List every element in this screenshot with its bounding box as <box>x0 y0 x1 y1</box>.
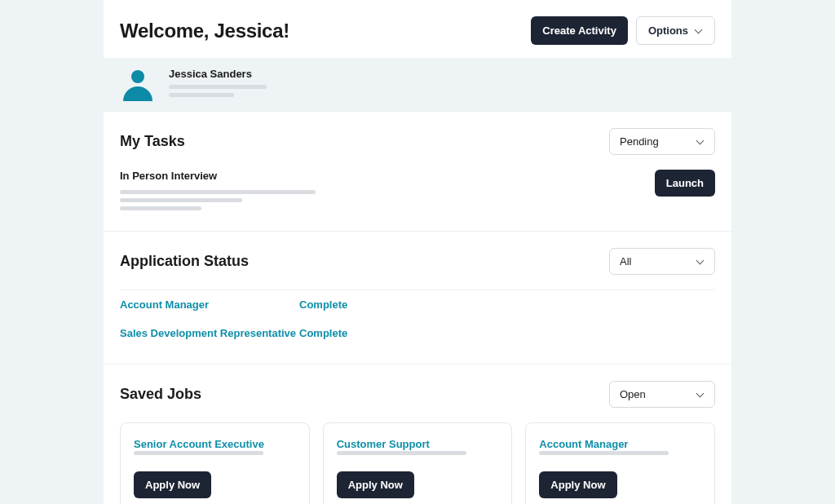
placeholder-line <box>134 451 263 455</box>
tasks-filter-value: Pending <box>620 135 659 148</box>
task-row: In Person Interview Launch <box>120 170 715 214</box>
chevron-down-icon <box>696 391 705 399</box>
job-title-link[interactable]: Senior Account Executive <box>134 438 264 450</box>
application-link[interactable]: Account Manager <box>120 298 299 311</box>
placeholder-line <box>169 93 234 97</box>
placeholder-line <box>120 190 316 194</box>
job-title-link[interactable]: Customer Support <box>337 438 430 450</box>
page-title: Welcome, Jessica! <box>120 20 289 42</box>
application-status: Complete <box>299 298 347 311</box>
header-actions: Create Activity Options <box>531 16 715 45</box>
profile-bar: Jessica Sanders <box>104 58 731 111</box>
tasks-header: My Tasks Pending <box>120 128 715 155</box>
avatar <box>120 69 156 101</box>
job-card: Account Manager Apply Now <box>525 422 715 504</box>
applications-section: Application Status All Account Manager C… <box>104 231 731 364</box>
tasks-title: My Tasks <box>120 133 185 150</box>
jobs-filter-select[interactable]: Open <box>609 381 715 408</box>
saved-jobs-header: Saved Jobs Open <box>120 381 715 408</box>
options-button[interactable]: Options <box>636 16 715 45</box>
application-row: Account Manager Complete <box>120 290 715 319</box>
application-status: Complete <box>299 327 347 339</box>
applications-filter-select[interactable]: All <box>609 248 715 275</box>
saved-jobs-title: Saved Jobs <box>120 386 201 403</box>
options-label: Options <box>648 24 688 37</box>
placeholder-line <box>120 198 242 202</box>
placeholder-line <box>337 451 466 455</box>
dashboard-page: Welcome, Jessica! Create Activity Option… <box>104 0 731 504</box>
apply-button[interactable]: Apply Now <box>337 471 414 498</box>
application-link[interactable]: Sales Development Representative <box>120 327 299 339</box>
page-header: Welcome, Jessica! Create Activity Option… <box>104 0 731 58</box>
application-row: Sales Development Representative Complet… <box>120 319 715 347</box>
tasks-section: My Tasks Pending In Person Interview Lau… <box>104 111 731 231</box>
tasks-filter-select[interactable]: Pending <box>609 128 715 155</box>
placeholder-line <box>120 206 201 210</box>
apply-button[interactable]: Apply Now <box>539 471 616 498</box>
task-title: In Person Interview <box>120 170 316 182</box>
job-cards: Senior Account Executive Apply Now Custo… <box>120 422 715 504</box>
create-activity-button[interactable]: Create Activity <box>531 16 628 45</box>
task-content: In Person Interview <box>120 170 316 214</box>
profile-info: Jessica Sanders <box>169 68 267 101</box>
job-card: Customer Support Apply Now <box>323 422 513 504</box>
profile-name: Jessica Sanders <box>169 68 267 80</box>
launch-button[interactable]: Launch <box>655 170 715 197</box>
job-title-link[interactable]: Account Manager <box>539 438 628 450</box>
apply-button[interactable]: Apply Now <box>134 471 211 498</box>
applications-title: Application Status <box>120 253 249 270</box>
placeholder-line <box>169 85 267 89</box>
jobs-filter-value: Open <box>620 388 646 400</box>
job-card: Senior Account Executive Apply Now <box>120 422 310 504</box>
placeholder-line <box>539 451 669 455</box>
saved-jobs-section: Saved Jobs Open Senior Account Executive… <box>104 364 731 504</box>
chevron-down-icon <box>696 138 705 146</box>
task-placeholders <box>120 190 316 210</box>
chevron-down-icon <box>696 258 705 266</box>
chevron-down-icon <box>695 27 703 35</box>
applications-header: Application Status All <box>120 248 715 275</box>
applications-filter-value: All <box>620 255 631 267</box>
